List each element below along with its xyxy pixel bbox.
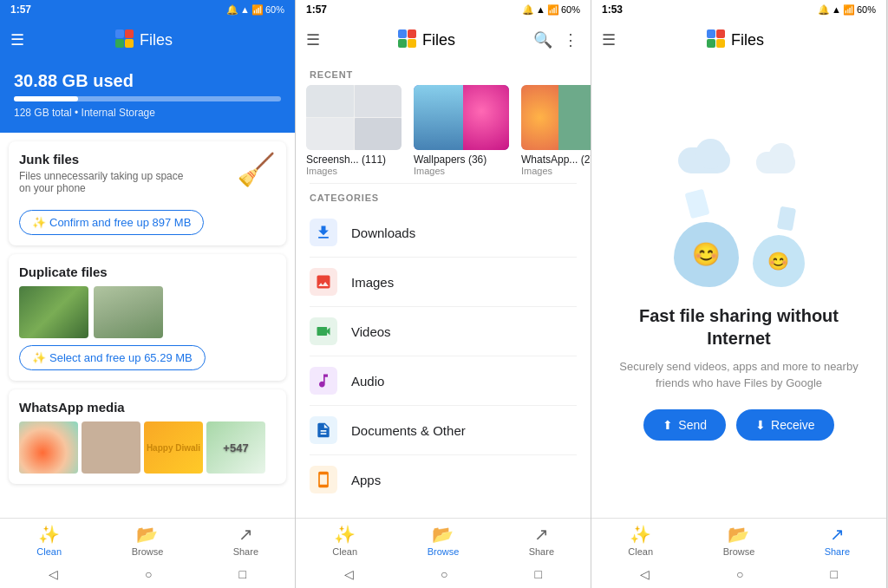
top-bar-2: ☰ Files 🔍 ⋮ xyxy=(296,19,591,61)
confirm-label: Confirm and free up 897 MB xyxy=(49,216,191,229)
select-free-button[interactable]: ✨ Select and free up 65.29 MB xyxy=(19,345,206,370)
blob-figure-left: 😊 xyxy=(674,222,739,287)
recent-grid: Screensh... (111) Images Wallpapers (36)… xyxy=(296,85,591,183)
menu-icon-1[interactable]: ☰ xyxy=(10,30,24,49)
home-btn-3[interactable]: ○ xyxy=(736,567,743,581)
share-buttons: ⬆ Send ⬇ Receive xyxy=(643,409,833,441)
cat-audio[interactable]: Audio xyxy=(296,356,591,405)
cat-downloads[interactable]: Downloads xyxy=(296,208,591,257)
cat-images[interactable]: Images xyxy=(296,258,591,306)
flying-card-1 xyxy=(684,188,709,219)
recent-btn-1[interactable]: □ xyxy=(239,567,246,581)
send-button[interactable]: ⬆ Send xyxy=(643,409,726,441)
documents-icon xyxy=(310,416,337,444)
wa-img-2 xyxy=(82,421,140,474)
sparkle-icon-2: ✨ xyxy=(32,351,46,364)
storage-bar-fill xyxy=(14,96,78,101)
send-icon: ⬆ xyxy=(663,418,673,432)
menu-icon-3[interactable]: ☰ xyxy=(602,30,616,49)
status-icons-3: 🔔 ▲ 📶 60% xyxy=(818,4,876,16)
confirm-free-button[interactable]: ✨ Confirm and free up 897 MB xyxy=(19,210,204,235)
recent-item-wallpapers[interactable]: Wallpapers (36) Images xyxy=(414,85,514,176)
app-title-3: Files xyxy=(731,31,764,49)
menu-icon-2[interactable]: ☰ xyxy=(306,30,320,49)
home-btn-2[interactable]: ○ xyxy=(441,567,447,581)
share-label-3: Share xyxy=(825,546,850,557)
receive-icon: ⬇ xyxy=(755,418,766,432)
cloud-decoration xyxy=(652,139,826,182)
clean-scroll: Junk files Files unnecessarily taking up… xyxy=(0,133,295,518)
audio-icon xyxy=(310,367,337,395)
files-logo-2 xyxy=(396,28,417,53)
status-bar-2: 1:57 🔔 ▲ 📶 60% xyxy=(296,0,591,19)
svg-rect-9 xyxy=(716,29,725,38)
home-btn-1[interactable]: ○ xyxy=(145,567,152,581)
images-label: Images xyxy=(351,275,394,290)
nav-share-3[interactable]: ↗ Share xyxy=(788,519,886,560)
svg-rect-10 xyxy=(707,39,715,48)
blob-figure-right: 😊 xyxy=(753,235,805,287)
flying-card-2 xyxy=(776,206,795,231)
svg-rect-1 xyxy=(125,29,134,38)
wa-images: Happy Diwali +547 xyxy=(19,421,276,474)
back-btn-3[interactable]: ◁ xyxy=(640,567,650,581)
battery-1: 60% xyxy=(265,4,284,15)
browse-scroll: RECENT Screensh... (111) Images Wa xyxy=(296,61,591,518)
time-1: 1:57 xyxy=(10,3,31,16)
videos-icon xyxy=(310,317,337,345)
share-title: Fast file sharing without Internet xyxy=(609,304,869,350)
screenshots-type: Images xyxy=(306,166,407,176)
screenshots-name: Screensh... (111) xyxy=(306,154,407,166)
status-bar-3: 1:53 🔔 ▲ 📶 60% xyxy=(591,0,886,19)
cat-documents[interactable]: Documents & Other xyxy=(296,406,591,454)
share-content: 😊 😊 Fast file sharing without Internet S… xyxy=(591,61,886,518)
recent-item-screenshots[interactable]: Screensh... (111) Images xyxy=(306,85,407,176)
android-nav-2: ◁ ○ □ xyxy=(296,560,591,588)
cat-apps[interactable]: Apps xyxy=(296,455,591,504)
cat-videos[interactable]: Videos xyxy=(296,307,591,356)
recent-btn-2[interactable]: □ xyxy=(535,567,542,581)
blob-left: 😊 xyxy=(674,191,739,287)
receive-label: Receive xyxy=(771,418,815,432)
send-label: Send xyxy=(678,418,707,432)
wifi-icon-3: ▲ xyxy=(832,4,841,15)
recent-btn-3[interactable]: □ xyxy=(831,567,838,581)
more-button[interactable]: ⋮ xyxy=(561,29,580,51)
receive-button[interactable]: ⬇ Receive xyxy=(736,409,834,441)
bottom-nav-1: ✨ Clean 📂 Browse ↗ Share xyxy=(0,518,295,560)
nav-browse-1[interactable]: 📂 Browse xyxy=(98,519,196,560)
junk-title: Junk files xyxy=(19,152,193,167)
back-btn-1[interactable]: ◁ xyxy=(49,567,58,581)
svg-rect-5 xyxy=(408,29,416,38)
share-panel: 1:53 🔔 ▲ 📶 60% ☰ Files xyxy=(591,0,887,588)
images-icon xyxy=(310,268,337,296)
bottom-nav-3: ✨ Clean 📂 Browse ↗ Share xyxy=(591,518,886,560)
whatsapp-type: Images xyxy=(521,166,591,176)
blob-figures: 😊 😊 xyxy=(652,191,826,287)
signal-icon-3: 📶 xyxy=(843,4,855,16)
sparkle-icon: ✨ xyxy=(32,216,46,229)
clean-icon-3: ✨ xyxy=(630,524,651,545)
videos-label: Videos xyxy=(351,324,391,339)
wifi-icon-2: ▲ xyxy=(536,4,545,15)
nav-share-2[interactable]: ↗ Share xyxy=(493,519,591,560)
whatsapp-card: WhatsApp media Happy Diwali +547 xyxy=(9,389,286,484)
search-button[interactable]: 🔍 xyxy=(532,29,554,51)
junk-illustration: 🧹 xyxy=(237,152,276,188)
back-btn-2[interactable]: ◁ xyxy=(344,567,354,581)
nav-browse-2[interactable]: 📂 Browse xyxy=(394,519,492,560)
wa-img-3: Happy Diwali xyxy=(144,421,203,474)
nav-share-1[interactable]: ↗ Share xyxy=(197,519,295,560)
nav-clean-2[interactable]: ✨ Clean xyxy=(296,519,394,560)
recent-item-whatsapp[interactable]: WhatsApp... (27 Images xyxy=(521,85,591,176)
nav-clean-3[interactable]: ✨ Clean xyxy=(591,519,689,560)
clean-icon-2: ✨ xyxy=(334,524,356,545)
alarm-icon-1: 🔔 xyxy=(226,4,238,16)
clean-label-3: Clean xyxy=(628,546,653,557)
svg-rect-11 xyxy=(716,39,725,48)
nav-clean-1[interactable]: ✨ Clean xyxy=(0,519,98,560)
browse-label-1: Browse xyxy=(132,546,164,557)
bottom-nav-2: ✨ Clean 📂 Browse ↗ Share xyxy=(296,518,591,560)
nav-browse-3[interactable]: 📂 Browse xyxy=(689,519,787,560)
dup-img-1 xyxy=(19,286,88,338)
